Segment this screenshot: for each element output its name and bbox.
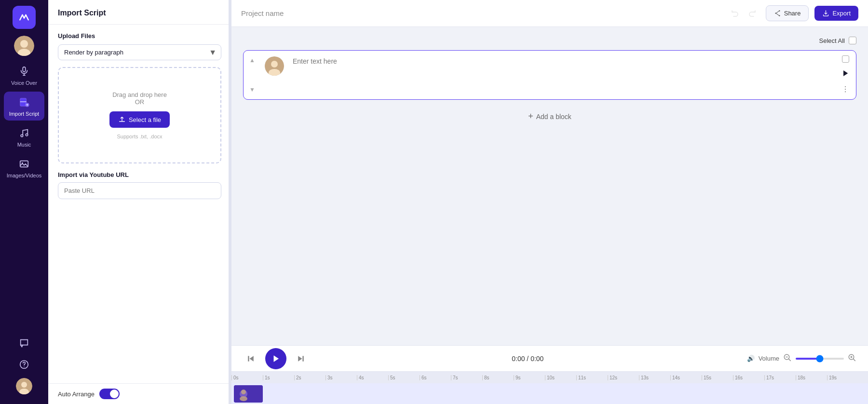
more-icon bbox=[841, 85, 850, 94]
export-button[interactable]: Export bbox=[814, 6, 858, 21]
block-checkbox[interactable] bbox=[842, 55, 849, 63]
ruler-tick: 7s bbox=[451, 375, 482, 380]
svg-point-1 bbox=[20, 40, 28, 48]
undo-button[interactable] bbox=[727, 6, 743, 21]
render-mode-dropdown[interactable]: Render by paragraph Render by sentence R… bbox=[58, 44, 221, 60]
block-avatar[interactable] bbox=[265, 56, 284, 76]
timeline-clip[interactable] bbox=[234, 385, 263, 403]
drop-zone[interactable]: Drag and drop here OR Select a file Supp… bbox=[58, 67, 221, 163]
script-text-input[interactable] bbox=[293, 57, 830, 86]
volume-icon: 🔊 bbox=[747, 355, 755, 362]
project-name[interactable]: Project name bbox=[241, 9, 721, 17]
ruler-tick: 8s bbox=[482, 375, 514, 380]
share-button[interactable]: Share bbox=[766, 5, 809, 21]
ruler-tick: 14s bbox=[670, 375, 702, 380]
zoom-out-icon bbox=[783, 353, 792, 362]
svg-rect-13 bbox=[20, 161, 28, 167]
ruler-tick: 10s bbox=[545, 375, 576, 380]
skip-forward-button[interactable] bbox=[293, 351, 309, 366]
svg-rect-33 bbox=[248, 356, 249, 362]
editor-area: Select All ▲ ▼ bbox=[231, 27, 868, 345]
undo-icon bbox=[731, 9, 739, 18]
sidebar: Voice Over Import Script Music bbox=[0, 0, 48, 404]
auto-arrange-toggle[interactable] bbox=[99, 389, 120, 399]
add-block-row[interactable]: + Add a block bbox=[243, 106, 856, 127]
ruler-tick: 4s bbox=[357, 375, 388, 380]
import-panel: Import Script Upload Files Render by par… bbox=[48, 0, 231, 404]
main-area: Project name bbox=[231, 0, 868, 404]
volume-section: 🔊 Volume bbox=[747, 353, 856, 364]
svg-rect-44 bbox=[234, 385, 263, 403]
import-icon bbox=[17, 95, 31, 109]
redo-button[interactable] bbox=[745, 6, 760, 21]
ruler-tick: 0s bbox=[231, 375, 263, 380]
user-avatar-top[interactable] bbox=[14, 36, 34, 56]
panel-resize-handle[interactable] bbox=[229, 0, 231, 404]
supports-text: Supports .txt, .docx bbox=[117, 134, 162, 139]
panel-header: Import Script bbox=[48, 0, 231, 25]
ruler-tick: 6s bbox=[420, 375, 451, 380]
select-file-button[interactable]: Select a file bbox=[109, 111, 170, 128]
svg-point-11 bbox=[21, 135, 23, 137]
svg-point-21 bbox=[779, 10, 780, 12]
svg-line-39 bbox=[788, 359, 791, 361]
play-main-button[interactable] bbox=[265, 348, 286, 369]
skip-back-button[interactable] bbox=[243, 351, 258, 366]
transport-bar: 0:00 / 0:00 🔊 Volume bbox=[231, 345, 868, 371]
time-display: 0:00 / 0:00 bbox=[315, 355, 740, 363]
ruler-tick: 12s bbox=[608, 375, 639, 380]
image-icon bbox=[17, 157, 31, 171]
svg-point-30 bbox=[845, 89, 846, 90]
block-play-button[interactable] bbox=[839, 67, 852, 80]
timeline-track bbox=[231, 383, 868, 404]
block-actions bbox=[835, 51, 856, 99]
block-more-button[interactable] bbox=[840, 84, 851, 94]
user-avatar-bottom[interactable] bbox=[16, 378, 32, 394]
svg-marker-32 bbox=[250, 356, 254, 362]
select-all-row: Select All bbox=[243, 37, 856, 44]
sidebar-item-music[interactable]: Music bbox=[4, 122, 44, 151]
zoom-out-button[interactable] bbox=[783, 353, 792, 364]
chat-icon[interactable] bbox=[16, 336, 32, 351]
svg-point-26 bbox=[271, 61, 278, 67]
drop-zone-text: Drag and drop here OR bbox=[112, 91, 167, 106]
undo-redo-group bbox=[727, 6, 760, 21]
ruler-tick: 11s bbox=[576, 375, 608, 380]
sidebar-item-voice-over[interactable]: Voice Over bbox=[4, 61, 44, 90]
app-logo[interactable] bbox=[13, 6, 36, 29]
skip-forward-icon bbox=[296, 354, 306, 364]
ruler-tick: 9s bbox=[514, 375, 545, 380]
volume-slider[interactable] bbox=[796, 358, 844, 360]
timeline-area[interactable]: 0s1s2s3s4s5s6s7s8s9s10s11s12s13s14s15s16… bbox=[231, 371, 868, 404]
add-icon: + bbox=[528, 111, 533, 121]
ruler-tick: 1s bbox=[263, 375, 294, 380]
upload-files-label: Upload Files bbox=[58, 32, 221, 40]
svg-marker-34 bbox=[274, 355, 279, 362]
svg-point-22 bbox=[779, 15, 780, 16]
block-avatar-col bbox=[261, 51, 288, 99]
help-icon[interactable] bbox=[16, 357, 32, 372]
auto-arrange-label: Auto Arrange bbox=[58, 391, 95, 398]
ruler-tick: 3s bbox=[326, 375, 357, 380]
ruler-tick: 17s bbox=[764, 375, 796, 380]
svg-rect-36 bbox=[302, 356, 304, 362]
panel-body: Upload Files Render by paragraph Render … bbox=[48, 25, 231, 383]
block-down-button[interactable]: ▼ bbox=[246, 84, 258, 95]
skip-back-icon bbox=[246, 354, 256, 364]
play-icon bbox=[841, 69, 849, 77]
svg-point-18 bbox=[21, 382, 27, 388]
svg-point-14 bbox=[22, 162, 23, 164]
redo-icon bbox=[748, 9, 757, 18]
sidebar-item-images-videos[interactable]: Images/Videos bbox=[4, 153, 44, 182]
render-mode-select[interactable]: Render by paragraph Render by sentence R… bbox=[58, 44, 221, 60]
svg-point-47 bbox=[240, 396, 247, 401]
sidebar-item-import-script[interactable]: Import Script bbox=[4, 92, 44, 121]
svg-point-29 bbox=[845, 86, 846, 87]
url-input[interactable] bbox=[58, 182, 221, 199]
block-up-button[interactable]: ▲ bbox=[246, 54, 258, 66]
music-icon bbox=[17, 126, 31, 140]
select-all-checkbox[interactable] bbox=[849, 37, 856, 44]
zoom-in-button[interactable] bbox=[848, 353, 856, 364]
block-content bbox=[288, 51, 835, 99]
ruler-tick: 16s bbox=[733, 375, 764, 380]
